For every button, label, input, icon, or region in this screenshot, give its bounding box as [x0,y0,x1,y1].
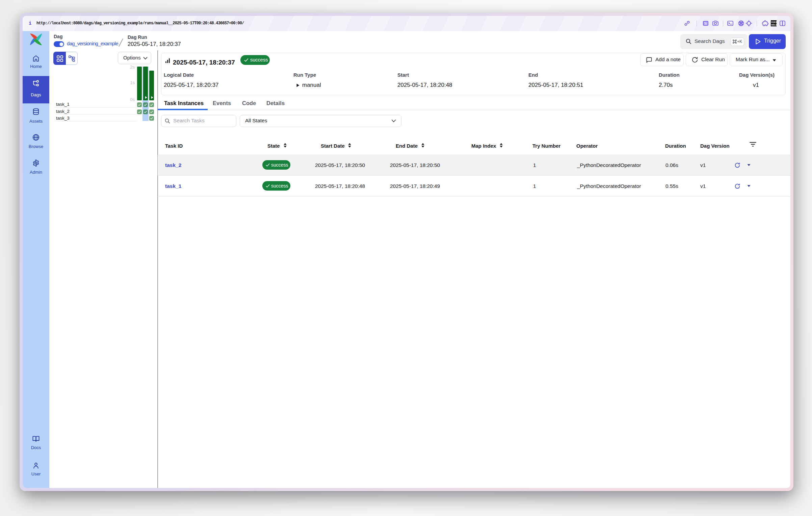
svg-text:0011: 0011 [771,24,777,26]
svg-text:0101: 0101 [771,21,777,24]
